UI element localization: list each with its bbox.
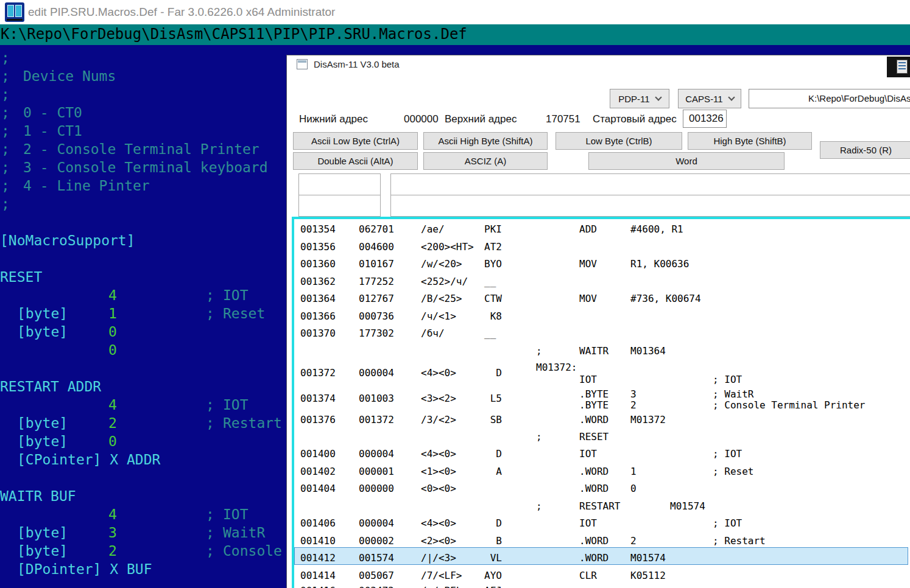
ascii-low-byte-button[interactable]: Ascii Low Byte (CtrlA): [293, 132, 418, 150]
radix50-button[interactable]: Radix-50 (R): [820, 141, 910, 159]
listing-row[interactable]: 001376001372/3/<2> SB.WORDM01372: [294, 414, 910, 427]
start-address-input[interactable]: 001326: [683, 110, 727, 128]
listing-row[interactable]: ;RESTARTM01574: [294, 500, 910, 514]
editor-text-segment: [byte]: [17, 543, 68, 559]
editor-text-segment: [NoMacroSupport]: [0, 233, 135, 248]
high-address-label: Верхний адрес: [445, 113, 517, 125]
cpu-select-dropdown[interactable]: PDP-11: [610, 89, 669, 108]
listing-row[interactable]: 001354062701/ae/PKIADD#4600, R1: [294, 223, 910, 237]
listing-row[interactable]: 001360010167/w/<20>BYOMOVR1, K00636: [294, 258, 910, 271]
wide-input-bottom[interactable]: [390, 195, 910, 217]
radix50-cell: D: [484, 517, 502, 529]
listing-row[interactable]: 001414005067/7/<LF>AYOCLRK05112: [294, 570, 910, 583]
address-cell: 001410: [300, 535, 336, 547]
address-cell: 001412: [300, 552, 336, 564]
editor-text-segment: [DPointer] X BUF: [17, 561, 152, 577]
editor-text-segment: ;: [1, 141, 10, 157]
address-cell: 001356: [300, 241, 336, 253]
listing-row[interactable]: 001366000736/ч/<1> K8: [294, 310, 910, 324]
mnemonic-cell: .WORD: [579, 535, 608, 547]
editor-text-segment: [byte]: [17, 433, 68, 449]
file-path-field[interactable]: K:\Repo\ForDebug\DisAsm: [749, 89, 910, 108]
listing-row[interactable]: 001356004600<200><HT>AT2: [294, 241, 910, 254]
mnemonic-cell: WAITR: [579, 345, 608, 357]
listing-row[interactable]: ;RESET: [294, 431, 910, 444]
wide-input-top[interactable]: [390, 173, 910, 195]
address-cell: 001402: [300, 466, 336, 477]
listing-row[interactable]: IOT; IOT: [294, 374, 910, 387]
listing-row[interactable]: 001370177302/бч/__: [294, 327, 910, 341]
editor-text-segment: ;: [206, 415, 214, 431]
ascii-cell: <2><0>: [421, 535, 456, 547]
ascii-cell: <1><0>: [421, 466, 456, 477]
listing-row[interactable]: 001364012767/B/<25>CTWMOV#736, K00674: [294, 293, 910, 306]
low-address-label: Нижний адрес: [299, 113, 368, 125]
listing-row[interactable]: 001410000002<2><0> B.WORD2; Restart: [294, 535, 910, 548]
editor-text-segment: 4: [108, 506, 117, 522]
address-cell: 001416: [300, 585, 336, 588]
address-cell: 001404: [300, 483, 336, 494]
editor-text-segment: ;: [1, 105, 10, 121]
word-cell: 000001: [359, 466, 394, 477]
ascii-cell: /бч/: [421, 327, 445, 339]
listing-row[interactable]: 001404000000<0><0>.WORD0: [294, 483, 910, 496]
radix50-cell: SB: [484, 414, 502, 425]
address-cell: 001364: [300, 293, 336, 304]
mnemonic-cell: RESTART: [579, 500, 620, 512]
listing-row[interactable]: 001402000001<1><0> A.WORD1; Reset: [294, 466, 910, 479]
small-input-top[interactable]: [298, 173, 381, 195]
disasm-titlebar[interactable]: DisAsm-11 V3.0 beta: [287, 55, 910, 74]
word-cell: 005067: [359, 570, 394, 581]
mnemonic-cell: RESET: [579, 431, 608, 443]
editor-text-segment: 4: [108, 287, 117, 303]
listing-row[interactable]: .BYTE2; Console Terminal Printer: [294, 399, 910, 413]
operand-cell: 1: [630, 466, 637, 477]
listing-row[interactable]: 001416003472/:/<BEL>AFJ: [294, 585, 910, 588]
disasm-window-title: DisAsm-11 V3.0 beta: [314, 59, 400, 69]
word-button[interactable]: Word: [588, 152, 785, 170]
overlapping-app-icon[interactable]: [887, 57, 910, 77]
os-select-dropdown[interactable]: CAPS-11: [678, 89, 741, 108]
listing-row-selected[interactable]: 001412001574/|/<3> VL.WORDM01574: [294, 552, 910, 565]
disassembly-listing[interactable]: 001354062701/ae/PKIADD#4600, R1001356004…: [292, 217, 910, 588]
low-byte-button[interactable]: Low Byte (CtrlB): [556, 132, 682, 150]
ascii-cell: /ae/: [421, 223, 445, 235]
radix50-cell: AYO: [484, 570, 502, 581]
radix50-cell: CTW: [484, 293, 502, 304]
high-byte-button[interactable]: High Byte (ShiftB): [688, 132, 812, 150]
ascii-high-byte-button[interactable]: Ascii High Byte (ShiftA): [423, 132, 548, 150]
editor-text-segment: ;: [1, 196, 10, 212]
mnemonic-cell: .WORD: [579, 552, 608, 564]
address-cell: 001414: [300, 570, 336, 581]
editor-text-segment: Console: [223, 543, 282, 559]
ascii-cell: /B/<25>: [421, 293, 462, 304]
editor-text-segment: ;: [1, 50, 10, 66]
word-cell: 010167: [359, 258, 394, 270]
mnemonic-cell: IOT: [579, 374, 597, 385]
editor-text-segment: 4 - Line Pinter: [23, 178, 150, 194]
cpu-select-value: PDP-11: [618, 94, 649, 104]
small-input-bottom[interactable]: [298, 195, 381, 217]
editor-text-segment: 1 - CT1: [23, 123, 82, 139]
listing-row[interactable]: ;WAITRM01364: [294, 345, 910, 359]
word-cell: 000004: [359, 448, 394, 460]
editor-text-segment: ;: [206, 287, 214, 303]
editor-text-segment: 0: [108, 433, 117, 449]
address-cell: 001360: [300, 258, 336, 270]
far-edited-file-path: K:\Repo\ForDebug\DisAsm\CAPS11\PIP\PIP.S…: [1, 26, 467, 43]
operand-cell: M01574: [670, 500, 705, 512]
editor-text-segment: 2: [108, 543, 117, 559]
ascii-cell: /7/<LF>: [421, 570, 462, 581]
editor-text-segment: RESTART ADDR: [0, 379, 101, 394]
editor-text-segment: [byte]: [17, 415, 68, 431]
asciz-button[interactable]: ASCIZ (A): [423, 152, 548, 170]
mnemonic-cell: MOV: [579, 293, 597, 304]
listing-row[interactable]: 001362177252<252>/ч/__: [294, 276, 910, 289]
listing-row[interactable]: 001406000004<4><0> DIOT; IOT: [294, 517, 910, 531]
far-titlebar[interactable]: edit PIP.SRU.Macros.Def - Far 3.0.6226.0…: [0, 0, 910, 24]
listing-row[interactable]: 001400000004<4><0> DIOT; IOT: [294, 448, 910, 461]
ascii-cell: /:/<BEL>: [421, 585, 468, 588]
double-ascii-button[interactable]: Double Ascii (AltA): [293, 152, 418, 170]
editor-text-segment: ;: [1, 86, 10, 102]
radix50-cell: A: [484, 466, 502, 477]
